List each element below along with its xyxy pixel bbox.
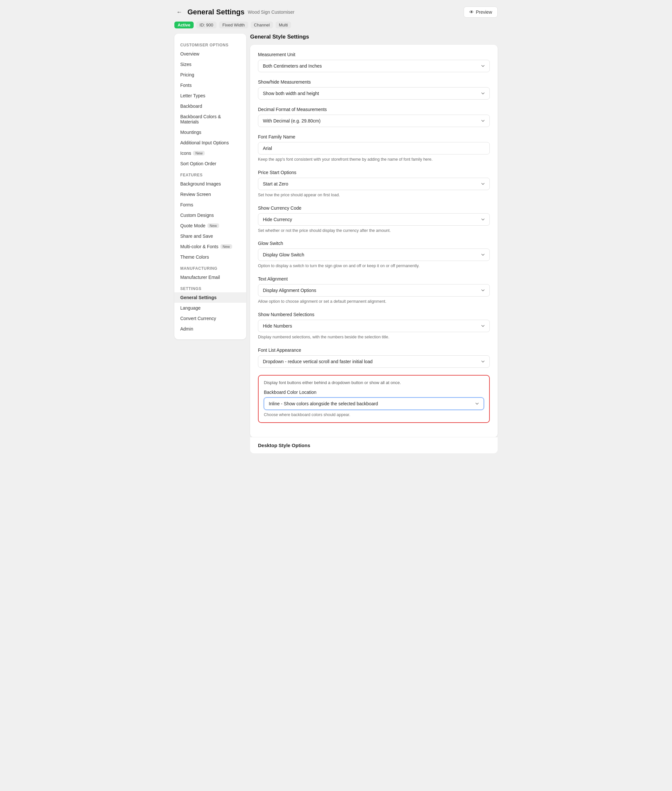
badge-new-icons: New (193, 151, 205, 155)
sidebar-item-sizes[interactable]: Sizes (174, 59, 246, 70)
page-header: ← General Settings Wood Sign Customiser … (174, 6, 498, 18)
highlight-hint: Display font buttons either behind a dro… (264, 380, 484, 385)
sidebar-section-customiser: Customiser Options (174, 39, 246, 49)
sidebar-item-language[interactable]: Language (174, 303, 246, 313)
label-price-start: Price Start Options (258, 170, 490, 175)
select-measurement-unit[interactable]: Both Centimeters and Inches Centimeters … (258, 60, 490, 72)
setting-font-list-appearance: Font List Appearance Dropdown - reduce v… (258, 347, 490, 368)
sidebar-item-sort-option[interactable]: Sort Option Order (174, 159, 246, 169)
label-decimal-format: Decimal Format of Measurements (258, 107, 490, 112)
sidebar-item-general-settings[interactable]: General Settings (174, 292, 246, 303)
hint-text-alignment: Allow option to choose alignment or set … (258, 298, 490, 305)
settings-card: Measurement Unit Both Centimeters and In… (250, 45, 498, 437)
sidebar-item-additional-input[interactable]: Additional Input Options (174, 138, 246, 148)
setting-price-start: Price Start Options Start at Zero Start … (258, 170, 490, 198)
input-font-family[interactable] (258, 142, 490, 154)
sidebar-item-bg-images[interactable]: Background Images (174, 179, 246, 189)
hint-numbered-selections: Display numbered selections, with the nu… (258, 334, 490, 340)
sidebar-item-multi-color[interactable]: Multi-color & Fonts New (174, 241, 246, 252)
sidebar-item-custom-designs[interactable]: Custom Designs (174, 210, 246, 221)
setting-show-hide-measurements: Show/hide Measurements Show both width a… (258, 79, 490, 99)
tag-active: Active (174, 22, 194, 29)
tag-fixed-width: Fixed Width (219, 22, 248, 29)
select-glow-switch[interactable]: Display Glow Switch Hide Glow Switch (258, 248, 490, 261)
content-title: General Style Settings (250, 34, 498, 40)
select-currency-code[interactable]: Hide Currency Show Currency Code (258, 213, 490, 226)
sidebar-item-share-save[interactable]: Share and Save (174, 231, 246, 241)
tag-multi: Multi (275, 22, 291, 29)
select-numbered-selections[interactable]: Hide Numbers Show Numbers (258, 320, 490, 332)
sidebar-item-letter-types[interactable]: Letter Types (174, 90, 246, 101)
tag-id: ID: 900 (196, 22, 216, 29)
tag-channel: Channel (251, 22, 273, 29)
label-glow-switch: Glow Switch (258, 241, 490, 246)
label-backboard-color-location: Backboard Color Location (264, 390, 484, 395)
sidebar-item-icons[interactable]: Icons New (174, 148, 246, 159)
sidebar-item-mountings[interactable]: Mountings (174, 127, 246, 138)
header-left: ← General Settings Wood Sign Customiser (174, 8, 294, 16)
setting-font-family: Font Family Name Keep the app's font con… (258, 134, 490, 163)
sidebar-item-convert-currency[interactable]: Convert Currency (174, 313, 246, 323)
select-backboard-color-location[interactable]: Inline - Show colors alongside the selec… (264, 397, 484, 410)
sidebar-item-forms[interactable]: Forms (174, 200, 246, 210)
preview-icon: 👁 (469, 10, 474, 15)
hint-price-start: Set how the price should appear on first… (258, 192, 490, 198)
label-font-family: Font Family Name (258, 134, 490, 139)
label-currency-code: Show Currency Code (258, 205, 490, 211)
setting-currency-code: Show Currency Code Hide Currency Show Cu… (258, 205, 490, 234)
main-layout: Customiser Options Overview Sizes Pricin… (174, 34, 498, 453)
setting-text-alignment: Text Alignment Display Alignment Options… (258, 276, 490, 305)
sidebar: Customiser Options Overview Sizes Pricin… (174, 34, 246, 339)
select-font-list-appearance[interactable]: Dropdown - reduce vertical scroll and fa… (258, 355, 490, 368)
sidebar-section-features: Features (174, 169, 246, 179)
sidebar-section-settings: Settings (174, 282, 246, 292)
sidebar-item-admin[interactable]: Admin (174, 323, 246, 334)
select-show-hide-measurements[interactable]: Show both width and height Show width on… (258, 87, 490, 99)
sidebar-item-backboard[interactable]: Backboard (174, 101, 246, 111)
select-text-alignment[interactable]: Display Alignment Options Default Left D… (258, 284, 490, 296)
sidebar-item-backboard-colors[interactable]: Backboard Colors & Materials (174, 111, 246, 127)
hint-font-family: Keep the app's font consistent with your… (258, 157, 490, 163)
label-font-list-appearance: Font List Appearance (258, 347, 490, 353)
sidebar-item-theme-colors[interactable]: Theme Colors (174, 252, 246, 262)
desktop-style-options-title: Desktop Style Options (258, 442, 490, 448)
setting-glow-switch: Glow Switch Display Glow Switch Hide Glo… (258, 241, 490, 269)
badge-new-quote: New (207, 223, 219, 228)
preview-button[interactable]: 👁 Preview (464, 6, 498, 18)
label-show-hide-measurements: Show/hide Measurements (258, 79, 490, 85)
sidebar-item-overview[interactable]: Overview (174, 49, 246, 59)
sidebar-item-manufacturer-email[interactable]: Manufacturer Email (174, 272, 246, 282)
page-subtitle: Wood Sign Customiser (248, 10, 294, 15)
label-numbered-selections: Show Numbered Selections (258, 312, 490, 317)
sidebar-item-fonts[interactable]: Fonts (174, 80, 246, 90)
label-text-alignment: Text Alignment (258, 276, 490, 282)
highlight-box: Display font buttons either behind a dro… (258, 375, 490, 423)
setting-decimal-format: Decimal Format of Measurements With Deci… (258, 107, 490, 127)
tags-row: Active ID: 900 Fixed Width Channel Multi (174, 22, 498, 29)
hint-currency-code: Set whether or not the price should disp… (258, 227, 490, 234)
content-area: General Style Settings Measurement Unit … (250, 34, 498, 453)
sidebar-item-pricing[interactable]: Pricing (174, 70, 246, 80)
hint-glow-switch: Option to display a switch to turn the s… (258, 263, 490, 269)
back-button[interactable]: ← (174, 8, 184, 16)
page-title: General Settings (187, 8, 245, 16)
sidebar-section-manufacturing: Manufacturing (174, 262, 246, 272)
setting-backboard-color-location: Backboard Color Location Inline - Show c… (264, 390, 484, 418)
label-measurement-unit: Measurement Unit (258, 52, 490, 57)
setting-numbered-selections: Show Numbered Selections Hide Numbers Sh… (258, 312, 490, 340)
hint-backboard-color-location: Choose where backboard colors should app… (264, 412, 484, 418)
sidebar-item-quote-mode[interactable]: Quote Mode New (174, 221, 246, 231)
select-decimal-format[interactable]: With Decimal (e.g. 29.80cm) Without Deci… (258, 115, 490, 127)
setting-measurement-unit: Measurement Unit Both Centimeters and In… (258, 52, 490, 72)
badge-new-multi: New (221, 244, 232, 249)
sidebar-item-review-screen[interactable]: Review Screen (174, 189, 246, 200)
select-price-start[interactable]: Start at Zero Start at Base Price (258, 178, 490, 190)
